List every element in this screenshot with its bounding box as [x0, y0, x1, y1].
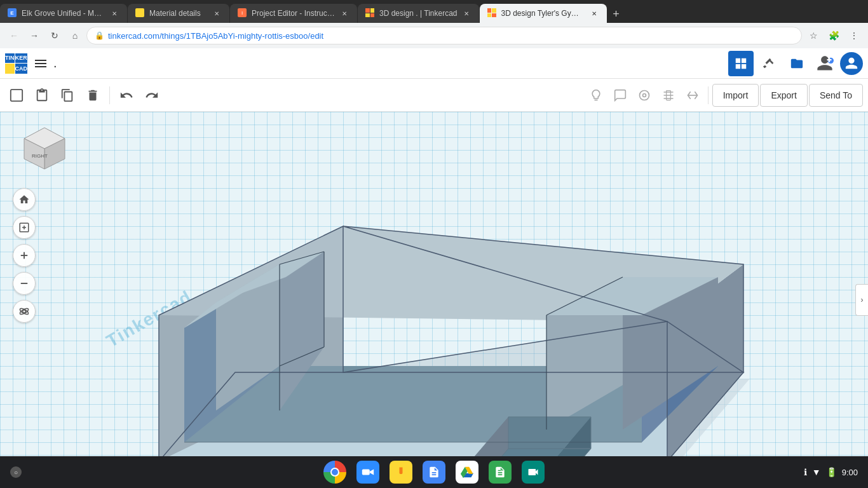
import-button[interactable]: Import: [712, 84, 759, 107]
grid-view-button[interactable]: [728, 51, 754, 76]
url-bar[interactable]: 🔒 tinkercad.com/things/1TBAjo5AbYi-might…: [86, 27, 802, 44]
tab-label-3: Project Editor - Instructable: [252, 9, 336, 18]
tab-favicon-3: I: [238, 8, 248, 18]
time-display: 9:00: [842, 468, 858, 477]
chrome-inner: [330, 468, 339, 477]
taskbar-meet[interactable]: [522, 461, 545, 484]
tinkercad-logo[interactable]: TIN KER CAD: [5, 53, 25, 74]
flip-button[interactable]: [681, 84, 704, 107]
taskbar-chrome[interactable]: [323, 461, 346, 484]
zoom-out-icon: [18, 278, 30, 289]
back-button[interactable]: ←: [5, 27, 23, 44]
tc-dot: .: [53, 56, 57, 71]
refresh-button[interactable]: ↻: [46, 27, 64, 44]
svg-point-48: [23, 310, 26, 313]
tab-material[interactable]: Material details ✕: [128, 4, 229, 23]
fit-view-button[interactable]: [13, 216, 36, 239]
tab-3d-design-tyler[interactable]: 3D design Tyler's Gym Desi... ✕: [480, 4, 607, 23]
folder-icon: [790, 57, 804, 71]
home-button[interactable]: ⌂: [66, 27, 84, 44]
fit-icon: [18, 222, 30, 233]
tab-close-2[interactable]: ✕: [212, 8, 222, 18]
tab-label-1: Elk Grove Unified - My Apps: [22, 9, 105, 18]
extensions-icon[interactable]: 🧩: [825, 27, 843, 44]
orientation-cube[interactable]: RIGHT: [19, 125, 70, 175]
forward-button[interactable]: →: [25, 27, 43, 44]
taskbar-sheets[interactable]: [489, 461, 512, 484]
undo-button[interactable]: [115, 84, 138, 107]
lock-icon: 🔒: [95, 31, 104, 40]
delete-button[interactable]: [81, 84, 104, 107]
copy-button[interactable]: [56, 84, 79, 107]
note-button[interactable]: [609, 84, 632, 107]
zoom-in-icon: [18, 250, 30, 261]
orbit-button[interactable]: [13, 300, 36, 323]
address-right-icons: ☆ 🧩 ⋮: [804, 27, 863, 44]
orbit-icon: [18, 306, 30, 317]
svg-rect-3: [742, 64, 746, 68]
svg-marker-29: [508, 417, 591, 449]
delete-icon: [86, 88, 100, 102]
tab-label-4: 3D design . | Tinkercad: [379, 9, 458, 18]
light-button[interactable]: [585, 84, 607, 107]
zoom-icon: [361, 465, 375, 479]
address-bar: ← → ↻ ⌂ 🔒 tinkercad.com/things/1TBAjo5Ab…: [0, 23, 868, 48]
hamburger-menu[interactable]: [31, 53, 51, 74]
tab-close-1[interactable]: ✕: [109, 8, 119, 18]
align-button[interactable]: [657, 84, 680, 107]
tab-close-5[interactable]: ✕: [589, 8, 599, 18]
tab-3d-design[interactable]: 3D design . | Tinkercad ✕: [358, 4, 479, 23]
orientation-cube-svg: RIGHT: [19, 125, 70, 175]
taskbar-keep[interactable]: [390, 461, 412, 484]
panel-collapse-button[interactable]: ›: [855, 284, 868, 316]
grid-icon: [734, 57, 748, 71]
sendto-button[interactable]: Send To: [809, 84, 863, 107]
export-button[interactable]: Export: [760, 84, 807, 107]
home-view-icon: [18, 194, 30, 205]
tinkercad-app: TIN KER CAD .: [0, 48, 868, 488]
tinkercad-toolbar: Import Export Send To: [0, 79, 868, 112]
tab-project-editor[interactable]: I Project Editor - Instructable ✕: [230, 4, 357, 23]
folder-button[interactable]: [784, 51, 810, 76]
hammer-icon: [762, 57, 776, 71]
keep-icon: [395, 466, 407, 478]
tab-elk-grove[interactable]: E Elk Grove Unified - My Apps ✕: [0, 4, 127, 23]
avatar-icon: [844, 57, 858, 71]
taskbar-drive[interactable]: [456, 461, 478, 484]
user-avatar[interactable]: [840, 52, 863, 75]
canvas-area[interactable]: Tinkercad: [0, 112, 868, 488]
paste-icon: [35, 88, 49, 102]
redo-icon: [145, 88, 159, 102]
tab-favicon-5: [487, 8, 498, 18]
svg-rect-1: [742, 58, 746, 62]
home-view-button[interactable]: [13, 188, 36, 211]
paste-button[interactable]: [31, 84, 53, 107]
toolbar-right: Import Export Send To: [585, 84, 863, 107]
tab-close-3[interactable]: ✕: [339, 8, 349, 18]
new-tab-button[interactable]: +: [607, 5, 625, 23]
tab-bar: E Elk Grove Unified - My Apps ✕ Material…: [0, 0, 868, 23]
zoom-in-button[interactable]: [13, 244, 36, 267]
align-icon: [662, 89, 675, 102]
3d-model: [102, 137, 769, 488]
bookmark-icon[interactable]: ☆: [804, 27, 822, 44]
add-shape-button[interactable]: [5, 84, 28, 107]
svg-text:RIGHT: RIGHT: [32, 153, 48, 159]
menu-icon[interactable]: ⋮: [845, 27, 863, 44]
logo-tin: TIN: [5, 53, 15, 64]
add-user-button[interactable]: [812, 51, 837, 76]
logo-ker: KER: [15, 53, 28, 64]
system-status: ○: [10, 466, 22, 478]
copy-icon: [60, 88, 74, 102]
chrome-icon: [323, 461, 346, 484]
redo-button[interactable]: [140, 84, 163, 107]
ruler-button[interactable]: [633, 84, 656, 107]
zoom-out-button[interactable]: [13, 272, 36, 295]
svg-rect-51: [362, 469, 370, 475]
svg-rect-2: [736, 64, 740, 68]
taskbar-docs[interactable]: [423, 461, 445, 484]
tab-favicon-1: E: [8, 8, 18, 18]
tools-button[interactable]: [756, 51, 782, 76]
taskbar-zoom[interactable]: [356, 461, 379, 484]
tab-close-4[interactable]: ✕: [461, 8, 471, 18]
